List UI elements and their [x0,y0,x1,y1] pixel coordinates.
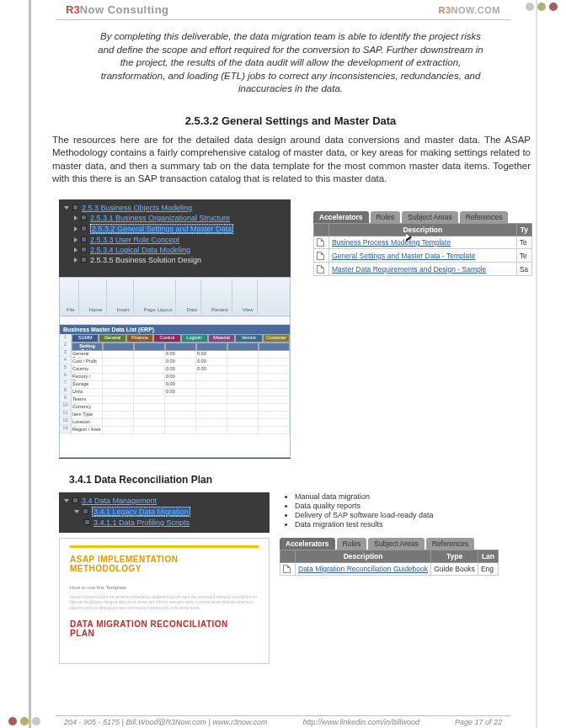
excel-ribbon: File Home Insert Page Layout Data Review… [60,278,290,316]
footer-page-number: Page 17 of 22 [455,718,502,726]
folder-icon [83,508,88,514]
col-icon [280,550,296,562]
accent-bar [70,545,259,548]
tab-subject-areas[interactable]: Subject Areas [402,211,457,223]
doc-title-line1: ASAP IMPLEMENTATION [70,555,259,564]
table-row[interactable]: Master Data Requirements and Design - Sa… [314,263,532,276]
corner-dots-top [526,3,558,11]
tab-roles[interactable]: Roles [371,211,401,223]
footer-contact: 204 - 905 - 5175 | Bill.Wood@R3Now.com |… [64,718,267,726]
tab-accelerators[interactable]: Accelerators [280,538,335,550]
doc-title2-line1: DATA MIGRATION RECONCILIATION [70,619,259,629]
intro-paragraph: By completing this deliverable, the data… [49,30,532,106]
tree-link[interactable]: 2.5.3 Business Objects Modeling [82,204,192,212]
table-row[interactable]: Data Migration Reconciliation Guidebook … [280,562,499,576]
doc-link[interactable]: Master Data Requirements and Design - Sa… [332,265,486,274]
section-heading-341: 3.4.1 Data Reconciliation Plan [69,474,532,486]
site-label: R3NOW.COM [438,5,500,15]
collapse-icon[interactable] [74,247,77,252]
tree-label: 2.5.3.5 Business Solution Design [90,256,201,264]
excel-title: Business Master Data List (ERP) [63,327,154,332]
cell-type: Te [516,236,531,249]
section-body-2532: The resources here are for the detailed … [49,134,532,194]
list-item: Delivery of SAP software load-ready data [295,511,486,519]
tree-link-selected[interactable]: 3.4.1 Legacy Data Migration [93,507,189,516]
doc-title-line2: METHODOLOGY [70,564,259,573]
tab-accelerators[interactable]: Accelerators [313,211,369,223]
col-description: Description [329,223,517,236]
tab-references[interactable]: References [426,538,474,550]
folder-icon [81,247,87,252]
folder-icon [72,497,78,503]
doc-body-preview: Lorem ipsum dolor sit amet consectetur a… [70,594,259,611]
cell-type: Guide Books [431,562,478,576]
table-row[interactable]: General Settings and Master Data - Templ… [314,249,532,263]
expand-icon[interactable] [64,499,69,502]
table-row[interactable]: Business Process Modeling Template Te [314,236,532,249]
collapse-icon[interactable] [74,258,77,263]
collapse-icon[interactable] [74,215,77,221]
excel-row-numbers: 12345678910111213 [60,334,72,434]
excel-screenshot: File Home Insert Page Layout Data Review… [59,277,291,458]
doc-subhead: How to use this Template [70,585,259,591]
tree-link[interactable]: 3.4.1.1 Data Profiling Scripts [93,518,190,527]
output-bullet-list: Manual data migration Data quality repor… [280,492,486,529]
col-lang: Lan [478,550,498,562]
page-footer: 204 - 905 - 5175 | Bill.Wood@R3Now.com |… [56,715,510,726]
accelerators-table: Description Ty Business Process Modeling… [313,223,532,276]
reconciliation-doc-thumbnail: ASAP IMPLEMENTATION METHODOLOGY How to u… [59,538,270,664]
accelerator-tabs-2: Accelerators Roles Subject Areas Referen… [280,538,499,550]
file-icon [317,265,324,274]
section-heading-2532: 2.5.3.2 General Settings and Master Data [49,114,532,127]
margin-rule-left [29,0,31,728]
list-item: Manual data migration [295,492,486,501]
folder-icon [81,215,87,221]
cell-type: Te [516,249,531,263]
folder-icon [72,205,78,210]
folder-icon [81,236,87,242]
footer-linkedin: http://www.linkedin.com/in/billwood [302,718,419,726]
tab-references[interactable]: References [460,211,508,223]
col-icon [314,223,329,236]
tab-subject-areas[interactable]: Subject Areas [368,538,424,550]
accelerators-table-2: Description Type Lan Data Migration Reco… [280,550,499,577]
corner-dots-bottom [8,717,40,725]
list-item: Data migration test results [295,520,486,529]
col-type: Ty [516,223,531,236]
cursor-icon [406,233,414,243]
doc-title2-line2: PLAN [70,629,259,638]
tree-link[interactable]: 3.4 Data Management [82,497,157,505]
tab-roles[interactable]: Roles [337,538,367,550]
accelerator-tabs: Accelerators Roles Subject Areas Referen… [313,211,532,223]
cell-lang: Eng [478,562,498,576]
file-icon [317,252,324,260]
col-description: Description [296,550,431,562]
expand-icon[interactable] [64,206,69,210]
col-type: Type [431,550,478,562]
file-icon [283,565,291,573]
tree-link-selected[interactable]: 2.5.3.2 General Settings and Master Data [92,225,232,233]
collapse-icon[interactable] [74,237,77,242]
tree-link[interactable]: 2.5.3.4 Logical Data Modeling [90,246,190,254]
expand-icon[interactable] [74,510,79,513]
brand-logo: R3Now Consulting [66,3,169,16]
folder-icon [81,257,87,263]
margin-rule-right [536,0,537,728]
page-header: R3Now Consulting R3NOW.COM [56,0,510,20]
tree-link[interactable]: 2.5.3.3 User Role Concept [90,236,179,244]
doc-link[interactable]: Data Migration Reconciliation Guidebook [298,565,428,573]
doc-link[interactable]: Business Process Modeling Template [332,238,451,247]
collapse-icon[interactable] [74,226,77,231]
folder-icon [84,519,90,525]
list-item: Data quality reports [295,502,486,510]
nav-tree-3-4: 3.4 Data Management 3.4.1 Legacy Data Mi… [59,492,270,533]
cell-type: Sa [516,263,531,276]
tree-link[interactable]: 2.5.3.1 Business Organizational Structur… [90,214,230,222]
folder-icon [81,226,87,231]
doc-link[interactable]: General Settings and Master Data - Templ… [332,252,475,260]
file-icon [317,238,324,247]
